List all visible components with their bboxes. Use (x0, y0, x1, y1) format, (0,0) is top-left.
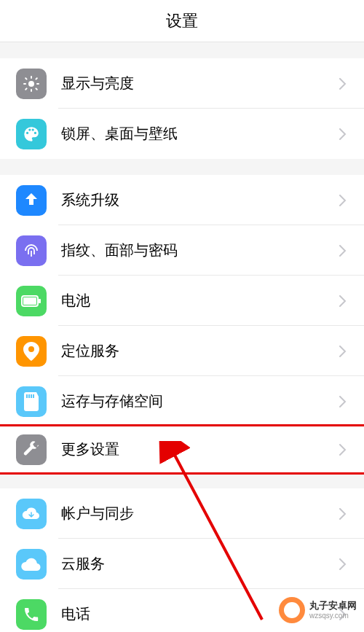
row-label: 锁屏、桌面与壁纸 (61, 124, 339, 144)
location-icon (16, 336, 47, 367)
row-cloud[interactable]: 云服务 (0, 539, 364, 589)
chevron-right-icon (339, 195, 347, 206)
fingerprint-icon (16, 235, 47, 266)
row-label: 帐户与同步 (61, 504, 339, 523)
chevron-right-icon (339, 508, 347, 520)
wallpaper-icon (16, 119, 47, 149)
phone-icon (16, 599, 47, 630)
row-wallpaper[interactable]: 锁屏、桌面与壁纸 (0, 109, 364, 159)
row-label: 显示与亮度 (61, 74, 339, 93)
brightness-icon (16, 69, 47, 99)
svg-line-8 (36, 78, 36, 79)
row-label: 更多设置 (61, 440, 339, 459)
row-label: 运存与存储空间 (61, 391, 339, 411)
cloud-icon (16, 549, 47, 580)
watermark-url: wzsqsy.com (309, 612, 357, 620)
page-title: 设置 (166, 10, 198, 32)
svg-line-7 (25, 88, 26, 89)
header-bar: 设置 (0, 0, 364, 42)
row-storage[interactable]: 运存与存储空间 (0, 376, 364, 426)
watermark: 丸子安卓网 wzsqsy.com (279, 597, 357, 623)
settings-content: 显示与亮度 锁屏、桌面与壁纸 系统升级 指纹、面部与密码 (0, 42, 364, 632)
settings-group: 系统升级 指纹、面部与密码 电池 定位服务 (0, 175, 364, 475)
row-label: 云服务 (61, 554, 339, 574)
row-battery[interactable]: 电池 (0, 276, 364, 326)
svg-rect-10 (23, 297, 36, 305)
account-sync-icon (16, 499, 47, 529)
chevron-right-icon (339, 346, 347, 357)
chevron-right-icon (339, 444, 347, 456)
svg-line-3 (25, 78, 26, 79)
row-system-update[interactable]: 系统升级 (0, 175, 364, 225)
chevron-right-icon (339, 396, 347, 407)
battery-icon (16, 286, 47, 316)
row-fingerprint[interactable]: 指纹、面部与密码 (0, 225, 364, 276)
chevron-right-icon (339, 128, 347, 140)
row-label: 电池 (61, 291, 339, 311)
svg-point-0 (28, 81, 34, 87)
storage-icon (16, 386, 47, 417)
chevron-right-icon (339, 78, 347, 90)
watermark-icon (279, 597, 305, 623)
row-label: 指纹、面部与密码 (61, 241, 339, 260)
svg-rect-11 (39, 299, 41, 303)
row-account-sync[interactable]: 帐户与同步 (0, 488, 364, 539)
row-location[interactable]: 定位服务 (0, 326, 364, 376)
chevron-right-icon (339, 295, 347, 307)
watermark-name: 丸子安卓网 (309, 600, 357, 612)
chevron-right-icon (339, 245, 347, 257)
row-more-settings[interactable]: 更多设置 (0, 424, 364, 475)
update-icon (16, 185, 47, 216)
wrench-icon (16, 434, 47, 465)
row-brightness[interactable]: 显示与亮度 (0, 58, 364, 109)
chevron-right-icon (339, 558, 347, 570)
settings-group: 显示与亮度 锁屏、桌面与壁纸 (0, 58, 364, 159)
row-label: 系统升级 (61, 190, 339, 210)
svg-line-4 (36, 88, 36, 89)
row-label: 定位服务 (61, 341, 339, 361)
